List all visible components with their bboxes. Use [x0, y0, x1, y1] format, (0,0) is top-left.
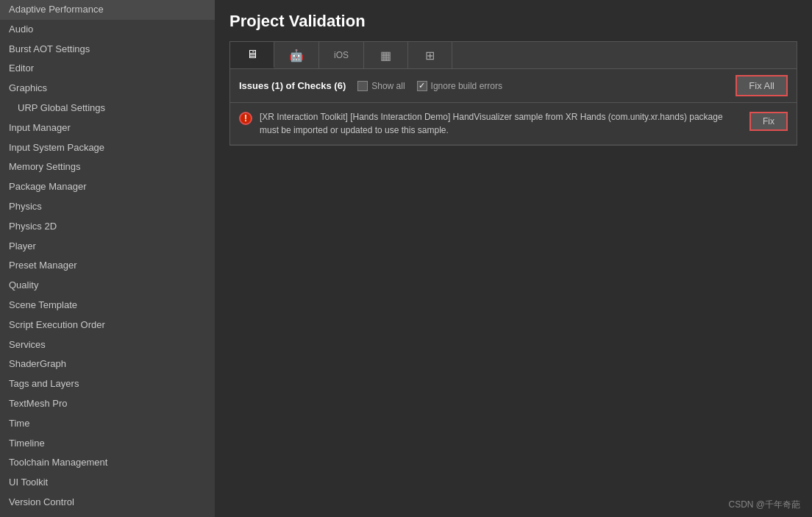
sidebar-item-input-system[interactable]: Input System Package — [0, 138, 215, 158]
sidebar-item-toolchain[interactable]: Toolchain Management — [0, 453, 215, 473]
ignore-label-container: Ignore build errors — [417, 81, 502, 91]
issues-title: Issues (1) of Checks (6) — [239, 80, 346, 91]
issue-text: [XR Interaction Toolkit] [Hands Interact… — [260, 110, 742, 137]
android-icon: 🤖 — [289, 49, 304, 63]
error-icon: ! — [239, 112, 252, 125]
sidebar: Adaptive PerformanceAudioBurst AOT Setti… — [0, 0, 215, 517]
sidebar-item-package-manager[interactable]: Package Manager — [0, 177, 215, 197]
tab-android[interactable]: 🤖 — [274, 42, 319, 68]
sidebar-item-tags-layers[interactable]: Tags and Layers — [0, 374, 215, 394]
sidebar-item-input-manager[interactable]: Input Manager — [0, 118, 215, 138]
sidebar-item-preset-manager[interactable]: Preset Manager — [0, 256, 215, 276]
sidebar-item-physics2d[interactable]: Physics 2D — [0, 217, 215, 237]
sidebar-item-burst-aot[interactable]: Burst AOT Settings — [0, 40, 215, 60]
sidebar-item-textmesh[interactable]: TextMesh Pro — [0, 394, 215, 414]
main-content: Project Validation 🖥 🤖 iOS ▦ ⊞ Issues (1… — [215, 0, 812, 517]
ignore-checkbox[interactable] — [417, 81, 427, 91]
show-all-checkbox[interactable] — [357, 81, 368, 91]
sidebar-item-editor[interactable]: Editor — [0, 59, 215, 79]
show-all-label: Show all — [371, 81, 405, 91]
sidebar-item-adaptive-performance[interactable]: Adaptive Performance — [0, 0, 215, 20]
sidebar-item-shadergraph[interactable]: ShaderGraph — [0, 354, 215, 374]
sidebar-item-timeline[interactable]: Timeline — [0, 434, 215, 454]
fix-all-button[interactable]: Fix All — [736, 75, 788, 96]
sidebar-item-ui-toolkit[interactable]: UI Toolkit — [0, 473, 215, 493]
content-area: 🖥 🤖 iOS ▦ ⊞ Issues (1) of Checks (6) Sho… — [229, 41, 797, 146]
platform-tabs: 🖥 🤖 iOS ▦ ⊞ — [230, 42, 797, 69]
show-all-container: Show all — [357, 81, 405, 91]
sidebar-item-urp-global[interactable]: URP Global Settings — [0, 99, 215, 118]
sidebar-item-services[interactable]: Services — [0, 335, 215, 355]
sidebar-item-version-control[interactable]: Version Control — [0, 493, 215, 513]
issue-row: ! [XR Interaction Toolkit] [Hands Intera… — [230, 103, 797, 145]
fix-button[interactable]: Fix — [749, 112, 788, 131]
windows-icon: ⊞ — [425, 49, 435, 63]
ios-icon: iOS — [334, 50, 349, 60]
sidebar-item-audio[interactable]: Audio — [0, 20, 215, 40]
tab-desktop[interactable]: 🖥 — [230, 42, 274, 68]
sidebar-item-physics[interactable]: Physics — [0, 197, 215, 217]
tab-webgl[interactable]: ▦ — [364, 42, 408, 68]
sidebar-item-script-exec[interactable]: Script Execution Order — [0, 315, 215, 335]
desktop-icon: 🖥 — [246, 48, 258, 61]
footer-watermark: CSDN @千年奇葩 — [728, 499, 800, 511]
sidebar-item-graphics[interactable]: Graphics — [0, 79, 215, 99]
issues-header: Issues (1) of Checks (6) Show all Ignore… — [230, 69, 797, 103]
tab-ios[interactable]: iOS — [319, 42, 364, 68]
sidebar-item-memory-settings[interactable]: Memory Settings — [0, 157, 215, 177]
sidebar-item-time[interactable]: Time — [0, 414, 215, 434]
sidebar-item-visual-scripting[interactable]: Visual Scripting — [0, 513, 215, 517]
tab-windows[interactable]: ⊞ — [408, 42, 452, 68]
sidebar-item-scene-template[interactable]: Scene Template — [0, 296, 215, 315]
ignore-label: Ignore build errors — [431, 81, 502, 91]
sidebar-item-player[interactable]: Player — [0, 237, 215, 257]
webgl-icon: ▦ — [380, 49, 391, 63]
sidebar-item-quality[interactable]: Quality — [0, 276, 215, 296]
page-title: Project Validation — [229, 12, 797, 31]
